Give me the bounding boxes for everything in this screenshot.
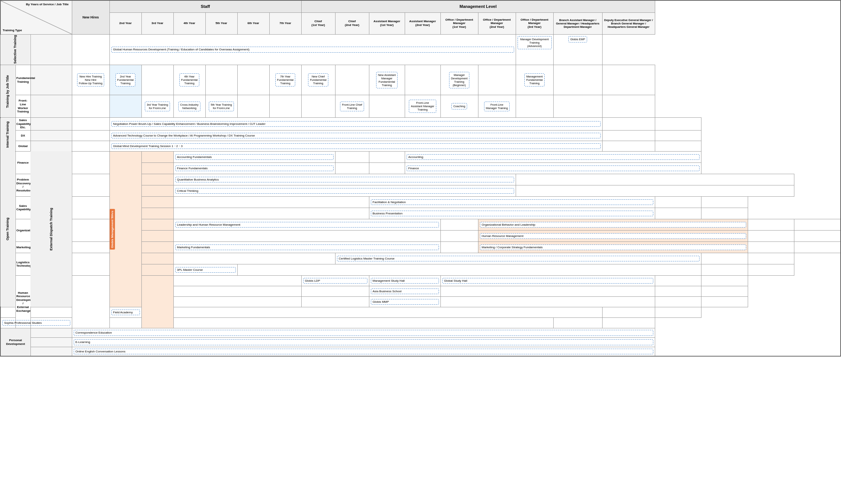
logistics-deputy-2 — [748, 264, 794, 275]
finance-bar: Finance — [407, 165, 700, 172]
globis-mmp-bar: Globis MMP — [371, 299, 439, 305]
main-training-table: By Years of Service / Job Title Training… — [0, 0, 841, 357]
global-bar-cell: Global Mind Development Training Session… — [109, 141, 602, 151]
4th-fundamental-cell: 4th YearFundamentalTraining — [173, 65, 205, 95]
ext-dispatch-label: External Dispatch Training — [30, 151, 72, 307]
business-pres-bar: Business Presentation — [371, 211, 653, 217]
salescap-branch-2 — [655, 208, 701, 219]
problem-3rd-2 — [141, 185, 173, 196]
dx-branch — [602, 130, 655, 141]
frontline-am2-cell: Front-LineAssistant ManagerTraining — [405, 95, 440, 118]
personal-type — [30, 328, 72, 337]
finance-cell: Finance — [405, 162, 701, 174]
col-6th-year: 6th Year — [237, 12, 269, 34]
salescap-3rd-2 — [141, 208, 173, 219]
col-odm-2: Office / Department Manager(2nd Year) — [478, 12, 516, 34]
finance-chief2-2 — [369, 162, 405, 174]
frontline-chief2-cell: Front-Line ChiefTraining — [335, 95, 369, 118]
org-3rd-2 — [141, 230, 173, 241]
finance-fundamentals-bar: Finance Fundamentals — [175, 165, 334, 172]
global-study-cell: Global Study Hall — [440, 275, 655, 286]
org-behavior-bar: Organizational Behavior and Leadership — [480, 222, 746, 228]
fundamental-type-cell — [30, 65, 72, 95]
dx-label: DX — [15, 130, 30, 141]
sales-cap-newhire — [72, 118, 109, 131]
hrdev-staff-empty-2 — [173, 286, 301, 296]
org-am1 — [440, 219, 478, 230]
salescap-staff-empty-2 — [173, 208, 369, 219]
critical-bar: Critical Thinking — [175, 188, 514, 194]
frontline-odm1-cell: Coaching — [440, 95, 478, 118]
globis-mmp-cell: Globis MMP — [369, 296, 440, 307]
dx-newhire — [72, 130, 109, 141]
logistics-staff-empty — [173, 253, 335, 264]
col-chief-2: Chief(2nd Year) — [335, 12, 369, 34]
logistics-label: Logistics Technology — [15, 253, 30, 275]
chief-fundamental-cell: New ChiefFundamentalTraining — [301, 65, 335, 95]
global-branch — [602, 141, 655, 151]
coaching-box: Coaching — [451, 103, 467, 109]
globis-ldp-row3 — [301, 296, 369, 307]
fundamental-training-label: Fundamental Training — [15, 65, 30, 95]
mgmt-study-cell: Management Study Hall — [369, 275, 440, 286]
branch-fundamental-empty — [553, 65, 602, 95]
problem-right-2 — [516, 185, 794, 196]
global-newhire — [72, 141, 109, 151]
asia-business-cell: Asia Business School — [369, 286, 440, 296]
marketing-am1 — [440, 241, 478, 253]
accounting-fundamentals-bar: Accounting Fundamentals — [175, 154, 334, 160]
frontline-chief-box: Front-Line ChiefTraining — [340, 102, 364, 111]
frontline-manager-box: Front-LineManager Training — [484, 102, 510, 111]
frontline-am-box: Front-LineAssistant ManagerTraining — [409, 100, 436, 113]
hrdev-deputy — [701, 275, 748, 286]
asia-business-bar: Asia Business School — [371, 288, 439, 295]
hrdev-staff-empty — [173, 275, 301, 286]
org-newhire — [72, 219, 109, 241]
hrdev-right-empty-2 — [109, 317, 553, 328]
personal-type-2 — [30, 337, 72, 347]
hrdev-branch-2 — [655, 286, 701, 296]
finance-newhire-top — [72, 151, 109, 174]
global-deputy — [655, 141, 701, 151]
finance-chief2 — [369, 151, 405, 162]
orange-bar-cell: Globis Management 50hrs — [109, 151, 141, 307]
certified-logistics-cell: Certified Logistics Master Training Cour… — [335, 253, 701, 264]
problem-3rd — [141, 174, 173, 185]
hrdev-right-empty — [173, 307, 602, 317]
management-fundamental-box: ManagementFundamentalTraining — [524, 73, 545, 87]
frontline-odm2-cell: Front-LineManager Training — [478, 95, 516, 118]
marketing-fund-cell: Marketing Fundamentals — [173, 241, 440, 253]
hrdev-deputy-5 — [602, 317, 655, 328]
col-3rd-year: 3rd Year — [141, 12, 173, 34]
3pl-cell: 3PL Master Course — [173, 264, 237, 275]
col-7th-year: 7th Year — [269, 12, 301, 34]
sales-cap-bar: Negotiation Power Brush-Up / Sales Capab… — [111, 121, 601, 127]
salescap-newhire — [72, 196, 109, 219]
logistics-newhire — [72, 253, 109, 275]
marketing-newhire — [72, 241, 109, 253]
logistics-3rd — [141, 253, 173, 264]
col-deputy-exec: Deputy Executive General Manager / Branc… — [602, 12, 655, 34]
business-pres-cell: Business Presentation — [369, 208, 655, 219]
frontline-type-cell — [30, 95, 72, 118]
col-2nd-year: 2nd Year — [109, 12, 141, 34]
salescap-deputy — [701, 196, 748, 208]
col-5th-year: 5th Year — [205, 12, 237, 34]
selective-span-bar: Global Human Resources Development (Trai… — [109, 34, 516, 65]
logistics-right-empty — [237, 264, 701, 275]
global-type — [30, 141, 72, 151]
col-4th-year: 4th Year — [173, 12, 205, 34]
sales-cap2-label: Sales Capability — [15, 196, 30, 219]
selective-deputy: Globis EMP — [553, 34, 602, 65]
3pl-bar: 3PL Master Course — [175, 267, 236, 273]
dx-bar-cell: Advanced Technology Course to Change the… — [109, 130, 602, 141]
frontline-4th-cell: Cross-IndustryNetworking — [173, 95, 205, 118]
frontline-7th-empty — [269, 95, 301, 118]
english-bar: Online English Conversation Lessons — [74, 349, 653, 355]
global-mind-bar: Global Mind Development Training Session… — [111, 143, 601, 149]
org-deputy — [794, 219, 841, 230]
odm2-fundamental-empty — [478, 65, 516, 95]
logistics-3rd-2 — [141, 264, 173, 275]
hr-mgmt-cell: Human Resource Management — [478, 230, 748, 241]
english-cell: Online English Conversation Lessons — [72, 347, 655, 356]
